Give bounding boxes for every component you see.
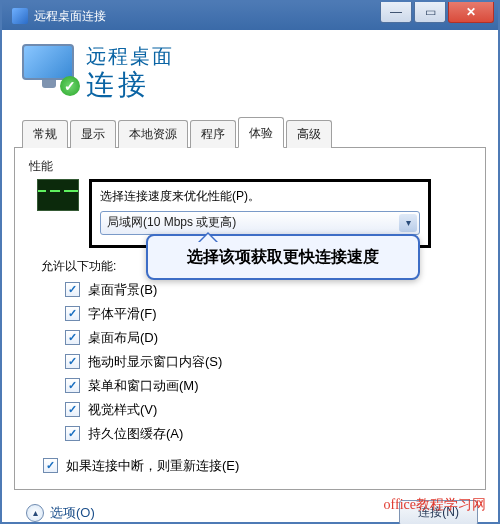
cb-visual-styles[interactable]: ✓视觉样式(V) xyxy=(65,401,475,419)
minimize-button[interactable]: — xyxy=(380,2,412,23)
cb-bitmap-cache[interactable]: ✓持久位图缓存(A) xyxy=(65,425,475,443)
cb-font-smoothing[interactable]: ✓字体平滑(F) xyxy=(65,305,475,323)
performance-icon xyxy=(37,179,79,211)
speed-combo[interactable]: 局域网(10 Mbps 或更高) ▾ xyxy=(100,211,420,235)
dialog-footer: ▴ 选项(O) 连接(N) xyxy=(10,490,490,524)
speed-label: 选择连接速度来优化性能(P)。 xyxy=(100,188,420,205)
app-icon xyxy=(12,8,28,24)
annotation-callout: 选择该项获取更快连接速度 xyxy=(146,234,420,280)
header-line1: 远程桌面 xyxy=(86,44,174,68)
tab-general[interactable]: 常规 xyxy=(22,120,68,148)
cb-desktop-composition[interactable]: ✓桌面布局(D) xyxy=(65,329,475,347)
options-list: ✓桌面背景(B) ✓字体平滑(F) ✓桌面布局(D) ✓拖动时显示窗口内容(S)… xyxy=(65,281,475,443)
tab-display[interactable]: 显示 xyxy=(70,120,116,148)
close-button[interactable]: ✕ xyxy=(448,2,494,23)
tab-advanced[interactable]: 高级 xyxy=(286,120,332,148)
chevron-up-icon: ▴ xyxy=(26,504,44,522)
tab-programs[interactable]: 程序 xyxy=(190,120,236,148)
tab-strip: 常规 显示 本地资源 程序 体验 高级 xyxy=(14,116,486,148)
options-toggle[interactable]: ▴ 选项(O) xyxy=(26,504,95,522)
header-line2: 连接 xyxy=(86,68,174,102)
dialog-header: ✓ 远程桌面 连接 xyxy=(10,38,490,116)
cb-desktop-background[interactable]: ✓桌面背景(B) xyxy=(65,281,475,299)
chevron-down-icon: ▾ xyxy=(399,214,417,232)
tab-experience[interactable]: 体验 xyxy=(238,117,284,148)
tab-localres[interactable]: 本地资源 xyxy=(118,120,188,148)
tab-panel-experience: 性能 选择连接速度来优化性能(P)。 局域网(10 Mbps 或更高) ▾ 允许… xyxy=(14,148,486,490)
cb-menu-animation[interactable]: ✓菜单和窗口动画(M) xyxy=(65,377,475,395)
titlebar: 远程桌面连接 — ▭ ✕ xyxy=(2,2,498,30)
rdp-icon: ✓ xyxy=(22,44,76,92)
check-icon: ✓ xyxy=(60,76,80,96)
maximize-button[interactable]: ▭ xyxy=(414,2,446,23)
group-performance-label: 性能 xyxy=(29,158,475,175)
speed-value: 局域网(10 Mbps 或更高) xyxy=(107,214,399,231)
cb-reconnect[interactable]: ✓如果连接中断，则重新连接(E) xyxy=(43,457,475,475)
connect-button[interactable]: 连接(N) xyxy=(399,500,478,524)
cb-show-window-drag[interactable]: ✓拖动时显示窗口内容(S) xyxy=(65,353,475,371)
